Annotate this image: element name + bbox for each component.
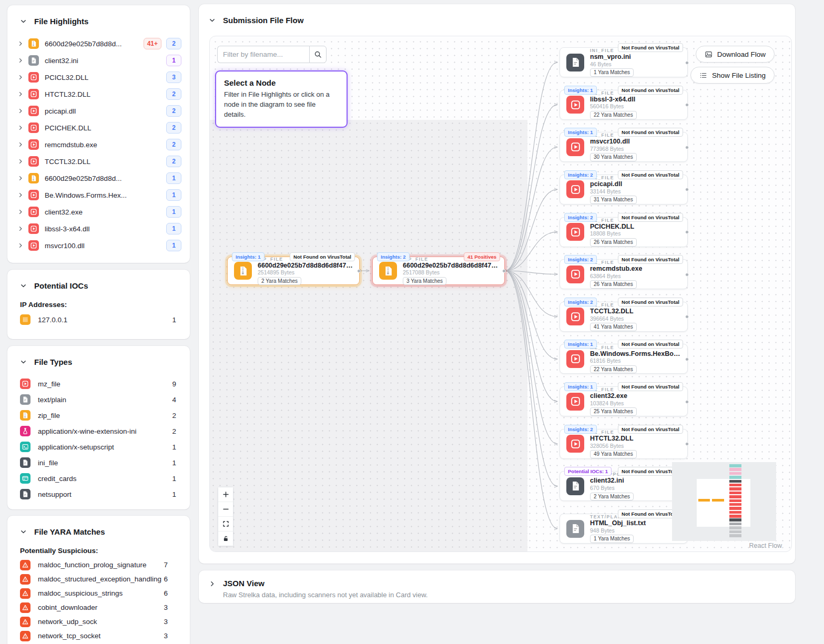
minimap-root-node <box>698 499 710 502</box>
flow-node-card[interactable]: Insights: 2 Not Found on VirusTotal MZ_F… <box>559 175 688 205</box>
file-type-label: mz_file <box>38 380 60 388</box>
file-highlight-row[interactable]: HTCTL32.DLL 2 <box>7 86 190 103</box>
node-body: INI_FILE nsm_vpro.ini 46 Bytes 1 Yara Ma… <box>590 48 634 77</box>
file-highlight-row[interactable]: 6600d29e025b7d8d8d... 41+ 2 <box>7 35 190 52</box>
plus-icon <box>222 491 229 498</box>
virustotal-badge: Not Found on VirusTotal <box>618 213 683 222</box>
search-button[interactable] <box>309 46 327 63</box>
node-body: TEXT/PLAIN HTML_Obj_list.txt 948 Bytes 1… <box>590 514 646 543</box>
file-highlight-row[interactable]: pcicapi.dll 2 <box>7 103 190 119</box>
yara-matches-header[interactable]: File YARA Matches <box>7 516 190 541</box>
node-yara-badge: 31 Yara Matches <box>590 196 637 204</box>
flow-node-card[interactable]: Not Found on VirusTotal INI_FILE nsm_vpr… <box>559 47 688 77</box>
file-type-icon <box>28 55 39 66</box>
file-highlights-header[interactable]: File Highlights <box>7 5 190 31</box>
file-type-row[interactable]: mz_file 9 <box>7 376 190 392</box>
insights-count-badge: 2 <box>166 156 181 167</box>
file-type-row[interactable]: application/x-setupscript 1 <box>7 439 190 455</box>
chevron-right-icon <box>17 40 24 47</box>
ioc-row[interactable]: 127.0.0.1 1 <box>7 312 190 328</box>
file-type-icon <box>28 207 39 217</box>
zoom-in-button[interactable] <box>218 487 233 502</box>
flow-node-card[interactable]: Not Found on VirusTotal TEXT/PLAIN HTML_… <box>559 514 688 544</box>
node-yara-badge: 26 Yara Matches <box>590 280 637 289</box>
potential-iocs-header[interactable]: Potential IOCs <box>7 270 190 295</box>
zoom-out-button[interactable] <box>218 502 233 517</box>
file-type-row[interactable]: credit_cards 1 <box>7 471 190 486</box>
file-highlight-row[interactable]: 6600d29e025b7d8d8d... 1 <box>7 170 190 187</box>
file-type-row[interactable]: text/plain 4 <box>7 392 190 407</box>
file-type-count: 2 <box>172 427 176 435</box>
insights-count-badge: 2 <box>166 139 181 150</box>
minimap-node <box>729 515 741 518</box>
flow-node-card[interactable]: Insights: 1 Not Found on VirusTotal ZIP_… <box>227 257 360 285</box>
file-type-row[interactable]: application/x-wine-extension-ini 2 <box>7 423 190 439</box>
yara-match-row[interactable]: network_tcp_socket 3 <box>7 629 190 643</box>
filter-input[interactable] <box>217 46 309 63</box>
node-body: MZ_FILE pcicapi.dll 33144 Bytes 31 Yara … <box>590 175 637 204</box>
minimap-node <box>729 511 741 514</box>
minimap-nodes <box>729 464 741 537</box>
insights-count-badge: 1 <box>166 206 181 218</box>
flow-node-card[interactable]: Insights: 1 Not Found on VirusTotal MZ_F… <box>559 132 688 162</box>
flow-node-card[interactable]: Insights: 2 41 Positives ZIP_FILE 6600d2… <box>372 257 505 285</box>
section-title: File Types <box>34 357 72 366</box>
lock-button[interactable] <box>218 531 233 546</box>
file-type-icon <box>28 190 39 200</box>
submission-flow-header[interactable]: Submission File Flow <box>199 4 795 30</box>
node-body: MZ_FILE msvcr100.dll 773968 Bytes 30 Yar… <box>590 132 637 161</box>
file-highlight-row[interactable]: PCICHEK.DLL 2 <box>7 119 190 136</box>
yara-match-count: 6 <box>164 575 168 583</box>
file-highlight-row[interactable]: client32.ini 1 <box>7 52 190 69</box>
flow-node-card[interactable]: Insights: 2 Not Found on VirusTotal MZ_F… <box>559 429 688 459</box>
file-type-row[interactable]: zip_file 2 <box>7 407 190 423</box>
file-highlight-row[interactable]: remcmdstub.exe 2 <box>7 136 190 153</box>
file-highlight-row[interactable]: Be.Windows.Forms.Hex... 1 <box>7 187 190 203</box>
file-type-label: credit_cards <box>38 475 77 483</box>
minimap-node <box>729 468 741 471</box>
file-highlight-row[interactable]: PCICL32.DLL 3 <box>7 69 190 86</box>
file-highlight-row[interactable]: client32.exe 1 <box>7 203 190 220</box>
show-file-listing-button[interactable]: Show File Listing <box>690 67 775 84</box>
file-type-label: zip_file <box>38 412 60 420</box>
flow-node-card[interactable]: Insights: 2 Not Found on VirusTotal MZ_F… <box>559 302 688 332</box>
file-type-count: 9 <box>172 380 176 388</box>
yara-match-row[interactable]: maldoc_function_prolog_signature 7 <box>7 558 190 572</box>
fit-view-button[interactable] <box>218 517 233 531</box>
flow-node-card[interactable]: Potential IOCs: 1 Not Found on VirusTota… <box>559 471 688 501</box>
file-type-count: 1 <box>172 443 176 451</box>
yara-match-row[interactable]: maldoc_structured_exception_handling 6 <box>7 572 190 586</box>
flow-canvas[interactable]: Select a Node Filter in File Highlights … <box>209 36 792 552</box>
flow-node-card[interactable]: Insights: 2 Not Found on VirusTotal MZ_F… <box>559 259 688 289</box>
file-highlight-row[interactable]: TCCTL32.DLL 2 <box>7 153 190 170</box>
flow-node-card[interactable]: Insights: 1 Not Found on VirusTotal MZ_F… <box>559 90 688 120</box>
file-types-header[interactable]: File Types <box>7 346 190 372</box>
insights-count-badge: 2 <box>166 105 181 117</box>
select-node-body: Filter in File Highlights or click on a … <box>224 90 339 120</box>
download-flow-button[interactable]: Download Flow <box>696 46 775 63</box>
file-highlight-row[interactable]: msvcr100.dll 1 <box>7 237 190 254</box>
potential-iocs-panel: Potential IOCs IP Addresses: 127.0.0.1 1 <box>7 270 190 339</box>
file-type-row[interactable]: netsupport 1 <box>7 486 190 502</box>
virustotal-badge: 41 Positives <box>464 252 500 261</box>
json-view-header[interactable]: JSON View <box>199 570 795 591</box>
insights-count-badge: 2 <box>166 88 181 100</box>
yara-list: maldoc_function_prolog_signature 7 maldo… <box>7 557 190 644</box>
file-highlight-row[interactable]: libssl-3-x64.dll 1 <box>7 220 190 237</box>
flow-node-card[interactable]: Insights: 1 Not Found on VirusTotal MZ_F… <box>559 386 688 416</box>
minimap-node <box>729 464 741 467</box>
chevron-down-icon <box>20 282 27 289</box>
file-type-icon <box>566 308 584 325</box>
flow-node-card[interactable]: Insights: 1 Not Found on VirusTotal MZ_F… <box>559 344 688 374</box>
yara-match-row[interactable]: cobint_downloader 3 <box>7 600 190 615</box>
virustotal-badge: Not Found on VirusTotal <box>618 170 683 179</box>
file-type-icon <box>28 139 39 150</box>
node-file-name: HTCTL32.DLL <box>590 435 637 443</box>
flow-minimap[interactable] <box>672 462 776 541</box>
yara-match-row[interactable]: maldoc_suspicious_strings 6 <box>7 586 190 600</box>
file-type-icon <box>566 477 584 495</box>
minimap-node <box>729 487 741 490</box>
file-type-row[interactable]: ini_file 1 <box>7 455 190 471</box>
yara-match-row[interactable]: network_udp_sock 3 <box>7 615 190 629</box>
flow-node-card[interactable]: Insights: 2 Not Found on VirusTotal MZ_F… <box>559 217 688 247</box>
